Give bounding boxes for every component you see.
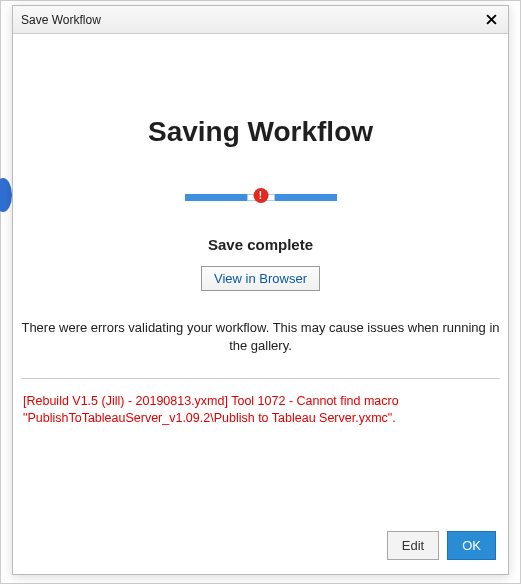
saving-workflow-heading: Saving Workflow [13,116,508,148]
close-icon [486,14,497,25]
save-status-text: Save complete [13,236,508,253]
progress-segment-right [275,194,337,201]
error-message-text: [Rebuild V1.5 (Jill) - 20190813.yxmd] To… [23,393,498,427]
progress-segment-left [185,194,247,201]
close-button[interactable] [482,11,500,29]
dialog-content: Saving Workflow Save complete View in Br… [13,34,508,521]
dialog-titlebar: Save Workflow [13,6,508,34]
validation-warning-text: There were errors validating your workfl… [21,319,500,354]
ok-button[interactable]: OK [447,531,496,560]
edit-button[interactable]: Edit [387,531,439,560]
divider [21,378,500,379]
error-indicator-icon [253,188,268,203]
dialog-footer: Edit OK [13,521,508,574]
view-in-browser-button[interactable]: View in Browser [201,266,320,291]
progress-wrap [13,192,508,206]
save-workflow-dialog: Save Workflow Saving Workflow Save compl… [12,5,509,575]
view-button-wrap: View in Browser [13,266,508,291]
dialog-title: Save Workflow [21,13,482,27]
